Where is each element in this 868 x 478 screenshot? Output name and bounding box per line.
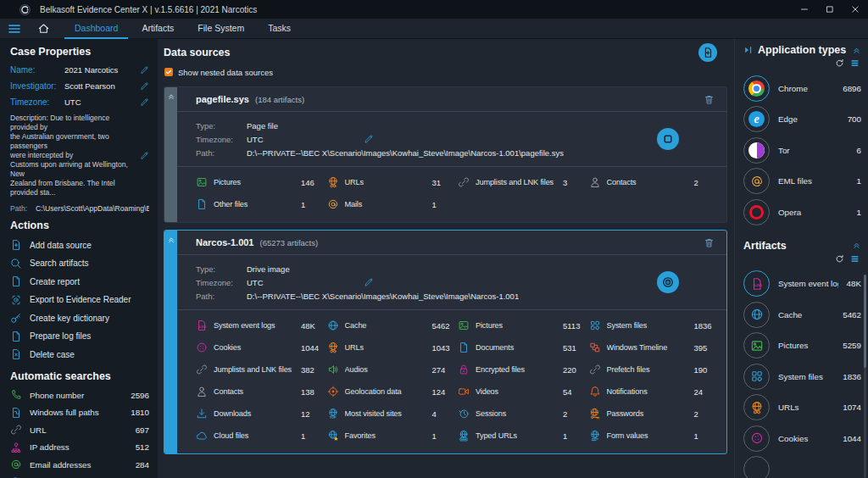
edit-investigator-pencil-icon[interactable]: [140, 81, 149, 91]
stat-cloud-files[interactable]: Cloud files 1: [196, 425, 327, 447]
auto-search-email-addresses[interactable]: Email addresses 284: [10, 456, 149, 474]
stat-pictures[interactable]: Pictures 146: [196, 171, 327, 193]
stat-passwords[interactable]: Passwords 2: [589, 403, 721, 425]
stat-favorites[interactable]: Favorites 1: [327, 425, 459, 447]
app-type-opera[interactable]: Opera 1: [743, 197, 861, 228]
type-label: Type:: [196, 121, 247, 131]
collapse-card-chevron-icon[interactable]: [164, 231, 177, 453]
tab-tasks[interactable]: Tasks: [258, 19, 301, 39]
stat-count: 5462: [432, 321, 450, 331]
tab-artifacts[interactable]: Artifacts: [131, 19, 184, 39]
panel-toggle-icon[interactable]: [743, 45, 754, 55]
stat-other-files[interactable]: Other files 1: [196, 193, 327, 215]
edit-timezone-pencil-icon[interactable]: [140, 97, 149, 107]
add-data-source-button[interactable]: [698, 43, 717, 62]
hamburger-menu-icon[interactable]: [0, 22, 29, 36]
collapse-panel-chevron-icon[interactable]: [852, 46, 861, 55]
action-search-artifacts[interactable]: Search artifacts: [10, 254, 149, 273]
stat-jumplists-and-lnk-files[interactable]: Jumplists and LNK files 382: [196, 358, 327, 381]
stat-cache[interactable]: Cache 5462: [327, 314, 459, 336]
auto-search-windows-full-paths[interactable]: Windows full paths 1810: [10, 403, 149, 421]
auto-search-search-engines-results[interactable]: Search engines results 231: [10, 473, 149, 478]
stat-cookies[interactable]: Cookies 1044: [196, 336, 327, 358]
action-create-report[interactable]: Create report: [10, 272, 149, 291]
auto-search-ip-address[interactable]: IP address 512: [10, 438, 149, 456]
auto-search-url[interactable]: URL 697: [10, 421, 149, 439]
stat-videos[interactable]: Videos 54: [458, 381, 589, 403]
artifact-cookies[interactable]: Cookies 1044: [743, 423, 861, 454]
artifact-urls[interactable]: URLs 1074: [743, 392, 861, 424]
person-icon: [589, 176, 601, 188]
artifact-pictures[interactable]: Pictures 5259: [743, 331, 861, 362]
stat-downloads[interactable]: Downloads 12: [196, 403, 327, 425]
stat-windows-timeline[interactable]: Windows Timeline 395: [589, 336, 721, 358]
app-type-tor[interactable]: Tor 6: [743, 135, 861, 166]
close-button[interactable]: [843, 0, 868, 19]
stat-encrypted-files[interactable]: Encrypted files 220: [458, 358, 589, 381]
stat-urls[interactable]: URLs 1043: [327, 336, 459, 358]
app-type-eml-files[interactable]: EML files 1: [743, 166, 861, 197]
picture-icon: [750, 339, 764, 353]
delete-data-source-icon[interactable]: [704, 94, 715, 105]
type-label: Type:: [196, 264, 247, 274]
stat-most-visited-sites[interactable]: TOP Most visited sites 4: [327, 403, 459, 425]
stat-prefetch-files[interactable]: Prefetch files 190: [589, 358, 721, 381]
refresh-icon[interactable]: [835, 58, 844, 69]
app-type-edge[interactable]: e Edge 700: [743, 104, 861, 136]
action-export-to-evidence-reader[interactable]: Export to Evidence Reader: [10, 291, 149, 309]
home-icon[interactable]: [29, 22, 58, 35]
edit-name-pencil-icon[interactable]: [140, 65, 149, 75]
stat-system-files[interactable]: System files 1836: [589, 314, 721, 336]
data-sources-header: Data sources: [164, 47, 231, 58]
stat-form-values[interactable]: Form values 1: [589, 425, 721, 447]
refresh-icon[interactable]: [835, 253, 844, 264]
stat-mails[interactable]: Mails 1: [327, 193, 459, 215]
stat-label: Cache: [345, 321, 426, 330]
collapse-panel-chevron-icon[interactable]: [852, 241, 861, 250]
edit-timezone-pencil-icon[interactable]: [364, 134, 374, 144]
tab-file-system[interactable]: File System: [187, 19, 254, 39]
stat-urls[interactable]: URLs 31: [327, 171, 459, 193]
stat-documents[interactable]: Documents 531: [458, 336, 589, 358]
stat-sessions[interactable]: Sessions 2: [458, 403, 589, 425]
stat-pictures[interactable]: Pictures 5113: [458, 314, 589, 336]
stat-audios[interactable]: Audios 274: [327, 358, 459, 381]
list-view-icon[interactable]: [850, 58, 860, 69]
auto-search-phone-number[interactable]: Phone number 2596: [10, 386, 149, 404]
edit-description-pencil-icon[interactable]: [140, 114, 149, 197]
app-type-chrome[interactable]: Chrome 6896: [743, 73, 861, 104]
maximize-button[interactable]: [817, 0, 843, 19]
scrollbar-thumb[interactable]: [864, 275, 866, 368]
stat-notifications[interactable]: Notifications 24: [589, 381, 721, 403]
action-add-data-source[interactable]: Add data source: [10, 236, 149, 254]
artifact-cache[interactable]: Cache 5462: [743, 299, 861, 331]
stat-contacts[interactable]: Contacts 2: [589, 171, 721, 193]
minimize-button[interactable]: [792, 0, 817, 19]
timezone-value: UTC: [247, 278, 264, 287]
stop-analysis-button[interactable]: [657, 128, 679, 150]
auto-search-label: URL: [30, 425, 128, 435]
artifact-system-event-logs[interactable]: LOG System event logs 48K: [743, 269, 861, 300]
stat-label: Form values: [607, 431, 688, 440]
stat-contacts[interactable]: Contacts 138: [196, 381, 327, 403]
stat-geolocation-data[interactable]: Geolocation data 124: [327, 381, 459, 403]
bell-icon: [589, 386, 601, 397]
globe-urls-icon: [750, 401, 764, 414]
tab-dashboard[interactable]: Dashboard: [64, 19, 128, 39]
squares-icon: [589, 320, 601, 331]
delete-data-source-icon[interactable]: [704, 237, 715, 248]
stat-count: 54: [563, 387, 572, 397]
action-prepare-log-files[interactable]: Prepare log files: [10, 327, 149, 346]
action-delete-case[interactable]: Delete case: [10, 345, 149, 364]
analyze-source-button[interactable]: [657, 271, 679, 293]
show-nested-checkbox[interactable]: Show nested data sources: [164, 64, 727, 80]
edit-timezone-pencil-icon[interactable]: [364, 277, 374, 287]
list-view-icon[interactable]: [850, 253, 860, 264]
stat-typed-urls[interactable]: Typed URLs 1: [458, 425, 589, 447]
collapse-card-chevron-icon[interactable]: [164, 87, 177, 222]
stat-system-event-logs[interactable]: LOG System event logs 48K: [196, 314, 327, 336]
action-create-key-dictionary[interactable]: Create key dictionary: [10, 308, 149, 327]
stat-jumplists-and-lnk-files[interactable]: Jumplists and LNK files 3: [458, 171, 589, 193]
artifact-system-files[interactable]: System files 1836: [743, 361, 861, 392]
case-field-investigator: Investigator: Scott Pearson: [10, 78, 149, 94]
